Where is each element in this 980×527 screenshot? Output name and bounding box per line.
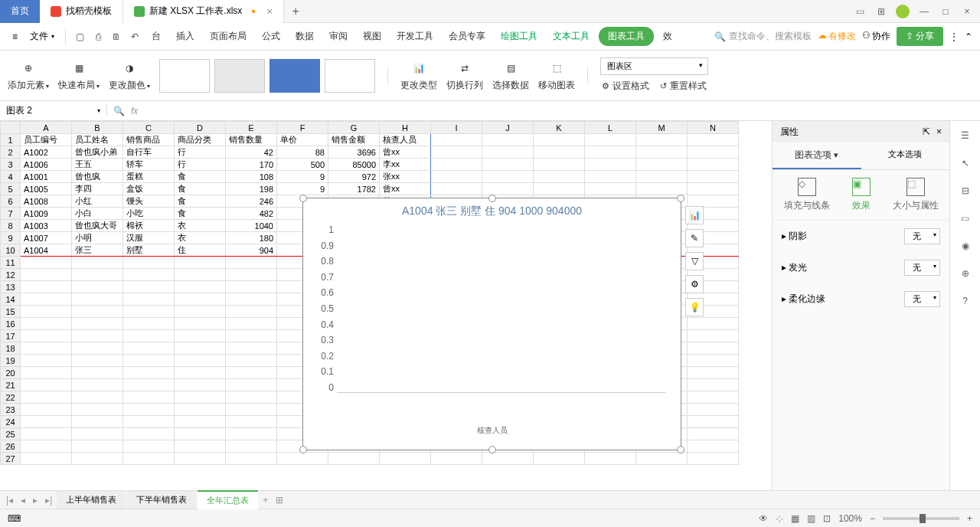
cell[interactable] [72, 355, 123, 367]
cell[interactable]: 3696 [328, 146, 380, 159]
cell[interactable]: A1008 [21, 195, 72, 208]
cell[interactable] [123, 306, 175, 318]
cell[interactable] [226, 293, 277, 306]
subtab-effects[interactable]: ▣效果 [852, 178, 871, 212]
cell[interactable] [226, 342, 277, 355]
cell[interactable]: 盒饭 [123, 183, 175, 195]
cell[interactable] [688, 342, 739, 355]
cell[interactable] [431, 183, 482, 195]
cell[interactable] [688, 404, 739, 416]
cell[interactable] [72, 330, 123, 342]
cell[interactable]: 180 [226, 232, 277, 244]
zoom-out-icon[interactable]: − [870, 513, 875, 524]
cell[interactable]: 食 [175, 171, 226, 183]
cell[interactable] [226, 428, 277, 440]
cell[interactable]: 9 [277, 171, 328, 183]
cell[interactable] [688, 134, 739, 146]
view-normal-icon[interactable]: ▦ [791, 513, 799, 524]
menu-layout[interactable]: 页面布局 [204, 27, 253, 46]
cell[interactable] [585, 183, 636, 195]
col-header[interactable]: A [21, 122, 72, 134]
change-color-button[interactable]: ◑更改颜色 [109, 59, 150, 92]
row-header[interactable]: 6 [1, 195, 21, 208]
sheet-area[interactable]: ABCDEFGHIJKLMN1员工编号员工姓名销售商品商品分类销售数量单价销售金… [0, 121, 772, 490]
cell[interactable] [688, 416, 739, 428]
cell[interactable] [688, 428, 739, 440]
cell[interactable] [226, 453, 277, 465]
row-header[interactable]: 21 [1, 379, 21, 391]
close-button[interactable]: × [957, 2, 977, 21]
subtab-fill[interactable]: ◇填充与线条 [784, 178, 830, 212]
col-header[interactable]: H [380, 122, 431, 134]
cell[interactable] [21, 453, 72, 465]
cell[interactable]: 棉袄 [123, 220, 175, 232]
sheet-last-icon[interactable]: ▸| [42, 495, 55, 506]
cell[interactable]: 单价 [277, 134, 328, 146]
preview-icon[interactable]: 🗎 [109, 29, 124, 44]
cell[interactable] [482, 134, 534, 146]
cell[interactable] [688, 318, 739, 330]
menu-effect[interactable]: 效 [657, 27, 678, 46]
sheet-prev-icon[interactable]: ◂ [18, 495, 28, 506]
cell[interactable] [175, 428, 226, 440]
cell[interactable]: 小吃 [123, 208, 175, 220]
cell[interactable] [226, 355, 277, 367]
cell[interactable] [72, 404, 123, 416]
add-sheet-icon[interactable]: + [260, 495, 271, 506]
view-break-icon[interactable]: ⊡ [823, 513, 831, 524]
row-header[interactable]: 3 [1, 159, 21, 171]
chevron-up-icon[interactable]: ⌃ [965, 31, 972, 42]
cell[interactable]: 482 [226, 208, 277, 220]
more-icon[interactable]: ⋮ [949, 31, 959, 42]
tab-chart-options[interactable]: 图表选项 ▾ [773, 142, 861, 169]
row-header[interactable]: 20 [1, 367, 21, 379]
cell[interactable] [123, 453, 175, 465]
cell[interactable] [21, 404, 72, 416]
cell[interactable] [175, 391, 226, 404]
cell[interactable]: 销售金额 [328, 134, 380, 146]
sheet-list-icon[interactable]: ⊞ [273, 495, 286, 506]
cell[interactable] [431, 453, 482, 465]
cell[interactable] [636, 159, 688, 171]
col-header[interactable]: N [688, 122, 739, 134]
cell[interactable]: 李xx [380, 159, 431, 171]
cell[interactable] [21, 367, 72, 379]
cell[interactable]: 小白 [72, 208, 123, 220]
cell[interactable] [688, 146, 739, 159]
select-data-button[interactable]: ▤选择数据 [492, 59, 529, 92]
cell[interactable] [636, 183, 688, 195]
close-panel-icon[interactable]: × [936, 126, 942, 137]
print-icon[interactable]: ⎙ [90, 29, 106, 44]
cell[interactable] [175, 453, 226, 465]
cell[interactable] [123, 355, 175, 367]
cell[interactable] [585, 159, 636, 171]
style-4[interactable] [325, 59, 375, 93]
cell[interactable]: A1007 [21, 232, 72, 244]
cell[interactable] [21, 416, 72, 428]
apps-icon[interactable]: ⊞ [871, 2, 891, 21]
cell[interactable]: 核查人员 [380, 134, 431, 146]
cell[interactable] [482, 146, 534, 159]
cell[interactable] [21, 269, 72, 281]
pin-icon[interactable]: ⇱ [923, 126, 930, 137]
close-icon[interactable]: × [266, 5, 273, 18]
cell[interactable] [688, 440, 739, 453]
cell[interactable] [534, 134, 585, 146]
cell[interactable] [431, 134, 482, 146]
cell[interactable]: 自行车 [123, 146, 175, 159]
search-box[interactable]: 🔍 查找命令、搜索模板 [714, 30, 812, 43]
col-header[interactable]: L [585, 122, 636, 134]
coop-button[interactable]: ⚇协作 [862, 30, 890, 43]
soft-select[interactable]: 无 [904, 291, 940, 307]
menu-data[interactable]: 数据 [289, 27, 320, 46]
cell[interactable] [21, 379, 72, 391]
menu-review[interactable]: 审阅 [323, 27, 354, 46]
cell[interactable] [226, 416, 277, 428]
cell[interactable] [585, 134, 636, 146]
switch-rows-button[interactable]: ⇄切换行列 [446, 59, 483, 92]
cell[interactable] [534, 159, 585, 171]
cell[interactable] [21, 281, 72, 293]
cell[interactable]: 246 [226, 195, 277, 208]
cell[interactable]: 972 [328, 171, 380, 183]
zoom-value[interactable]: 100% [838, 513, 862, 524]
